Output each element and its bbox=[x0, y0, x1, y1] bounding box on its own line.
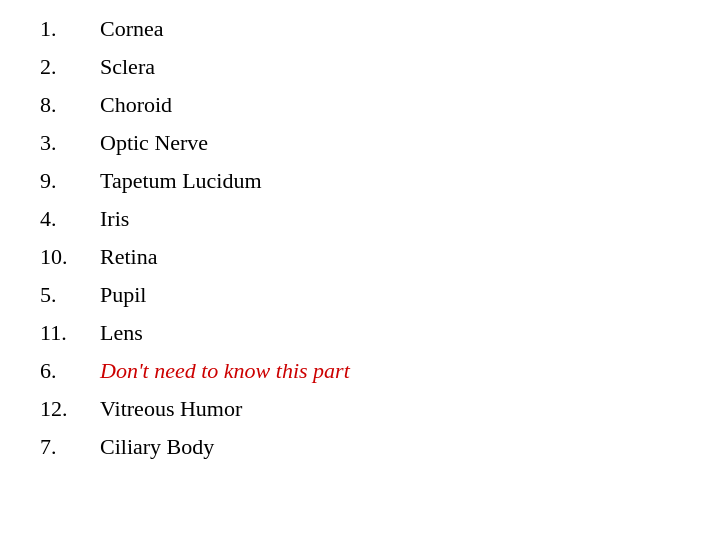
item-label: Lens bbox=[100, 320, 143, 346]
item-number: 7. bbox=[40, 434, 100, 460]
list-item: 12.Vitreous Humor bbox=[40, 390, 680, 428]
item-label: Vitreous Humor bbox=[100, 396, 242, 422]
item-number: 10. bbox=[40, 244, 100, 270]
list-item: 5.Pupil bbox=[40, 276, 680, 314]
item-label: Choroid bbox=[100, 92, 172, 118]
list-item: 9.Tapetum Lucidum bbox=[40, 162, 680, 200]
item-label: Iris bbox=[100, 206, 129, 232]
item-label: Optic Nerve bbox=[100, 130, 208, 156]
item-number: 1. bbox=[40, 16, 100, 42]
list-item: 2.Sclera bbox=[40, 48, 680, 86]
list-item: 6.Don't need to know this part bbox=[40, 352, 680, 390]
item-number: 11. bbox=[40, 320, 100, 346]
item-label: Pupil bbox=[100, 282, 146, 308]
item-number: 8. bbox=[40, 92, 100, 118]
item-label: Don't need to know this part bbox=[100, 358, 350, 384]
item-number: 9. bbox=[40, 168, 100, 194]
list-item: 7.Ciliary Body bbox=[40, 428, 680, 466]
list-item: 11.Lens bbox=[40, 314, 680, 352]
item-label: Cornea bbox=[100, 16, 164, 42]
item-number: 3. bbox=[40, 130, 100, 156]
item-label: Ciliary Body bbox=[100, 434, 214, 460]
item-number: 2. bbox=[40, 54, 100, 80]
item-number: 12. bbox=[40, 396, 100, 422]
list-item: 8.Choroid bbox=[40, 86, 680, 124]
list-item: 10.Retina bbox=[40, 238, 680, 276]
main-list: 1.Cornea2.Sclera8.Choroid3.Optic Nerve9.… bbox=[0, 0, 720, 476]
item-number: 6. bbox=[40, 358, 100, 384]
item-label: Sclera bbox=[100, 54, 155, 80]
item-number: 4. bbox=[40, 206, 100, 232]
item-label: Tapetum Lucidum bbox=[100, 168, 262, 194]
list-item: 1.Cornea bbox=[40, 10, 680, 48]
list-item: 4.Iris bbox=[40, 200, 680, 238]
list-item: 3.Optic Nerve bbox=[40, 124, 680, 162]
item-label: Retina bbox=[100, 244, 157, 270]
item-number: 5. bbox=[40, 282, 100, 308]
